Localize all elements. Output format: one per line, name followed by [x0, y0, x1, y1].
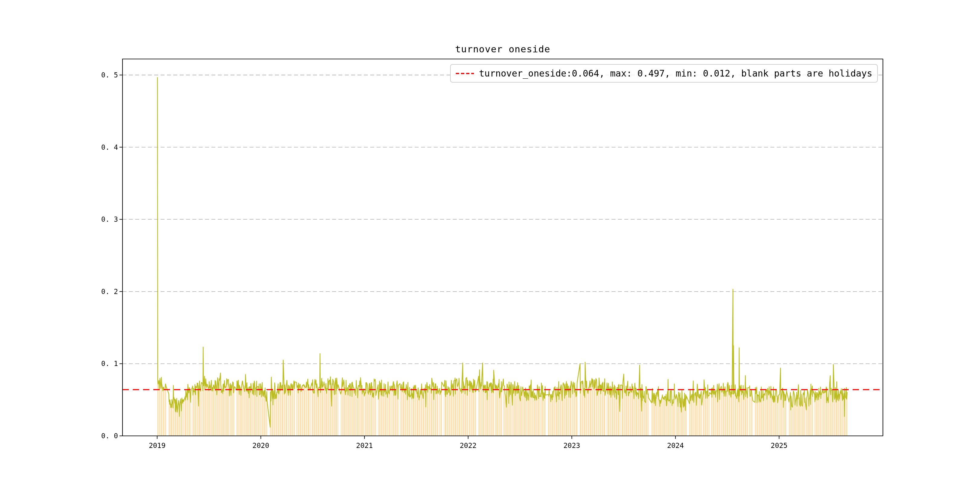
x-tick-label: 2020	[240, 441, 282, 450]
figure: turnover oneside turnover_oneside:0.064,…	[0, 0, 980, 490]
y-tick-label: 0. 3	[88, 215, 118, 224]
legend: turnover_oneside:0.064, max: 0.497, min:…	[450, 64, 878, 83]
y-tick-label: 0. 2	[88, 287, 118, 296]
legend-label: turnover_oneside:0.064, max: 0.497, min:…	[479, 68, 872, 79]
x-tick-label: 2021	[343, 441, 386, 450]
x-tick-label: 2023	[550, 441, 593, 450]
y-tick-label: 0. 5	[88, 70, 118, 80]
y-tick-label: 0. 0	[88, 431, 118, 441]
y-tick-label: 0. 1	[88, 359, 118, 368]
legend-dashed-line-marker	[455, 72, 474, 75]
x-tick-label: 2025	[758, 441, 800, 450]
y-tick-label: 0. 4	[88, 143, 118, 152]
x-tick-label: 2022	[447, 441, 489, 450]
chart-title: turnover oneside	[123, 43, 883, 54]
x-tick-label: 2024	[654, 441, 697, 450]
x-tick-label: 2019	[136, 441, 178, 450]
